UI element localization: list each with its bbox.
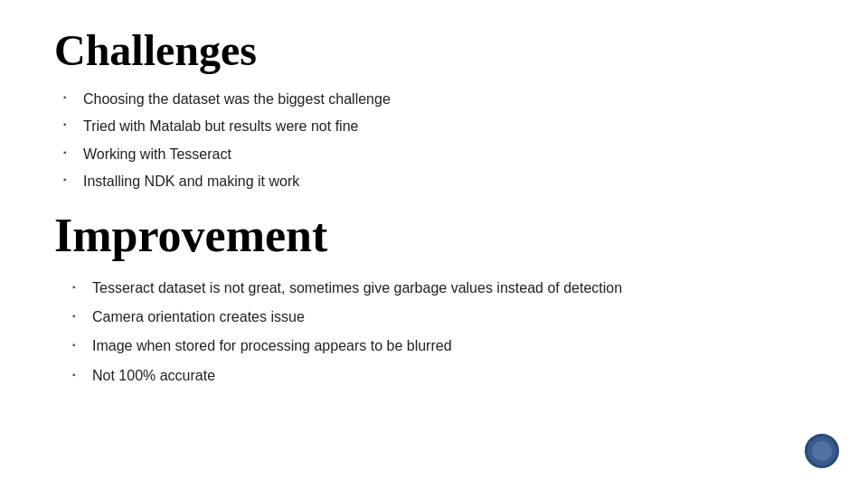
list-item: ▪ Tried with Matalab but results were no… (63, 117, 814, 136)
improvement-list: ▪ Tesseract dataset is not great, someti… (54, 278, 814, 387)
list-item: ▪ Tesseract dataset is not great, someti… (72, 278, 814, 298)
bullet-icon: ▪ (72, 339, 85, 352)
bullet-text: Working with Tesseract (83, 145, 231, 164)
bullet-icon: ▪ (72, 369, 85, 381)
improvement-title: Improvement (54, 210, 814, 261)
nav-button-inner (812, 441, 832, 461)
list-item: ▪ Working with Tesseract (63, 145, 814, 164)
list-item: ▪ Choosing the dataset was the biggest c… (63, 89, 814, 109)
bullet-text: Not 100% accurate (92, 366, 215, 386)
list-item: ▪ Installing NDK and making it work (63, 172, 814, 192)
bullet-icon: ▪ (72, 310, 85, 323)
bullet-icon: ▪ (63, 91, 76, 104)
bullet-text: Installing NDK and making it work (83, 172, 299, 192)
challenges-list: ▪ Choosing the dataset was the biggest c… (54, 89, 814, 192)
bullet-icon: ▪ (63, 146, 76, 159)
bullet-icon: ▪ (63, 174, 76, 186)
bullet-text: Tesseract dataset is not great, sometime… (92, 278, 622, 298)
challenges-title: Challenges (54, 27, 814, 75)
bullet-icon: ▪ (63, 118, 76, 131)
slide: Challenges ▪ Choosing the dataset was th… (0, 0, 868, 488)
next-slide-button[interactable] (805, 434, 839, 468)
list-item: ▪ Image when stored for processing appea… (72, 336, 814, 356)
bullet-text: Choosing the dataset was the biggest cha… (83, 89, 391, 109)
bullet-text: Image when stored for processing appears… (92, 336, 452, 356)
bullet-text: Tried with Matalab but results were not … (83, 117, 358, 136)
bullet-icon: ▪ (72, 281, 85, 294)
bullet-text: Camera orientation creates issue (92, 307, 305, 327)
list-item: ▪ Camera orientation creates issue (72, 307, 814, 327)
list-item: ▪ Not 100% accurate (72, 366, 814, 386)
